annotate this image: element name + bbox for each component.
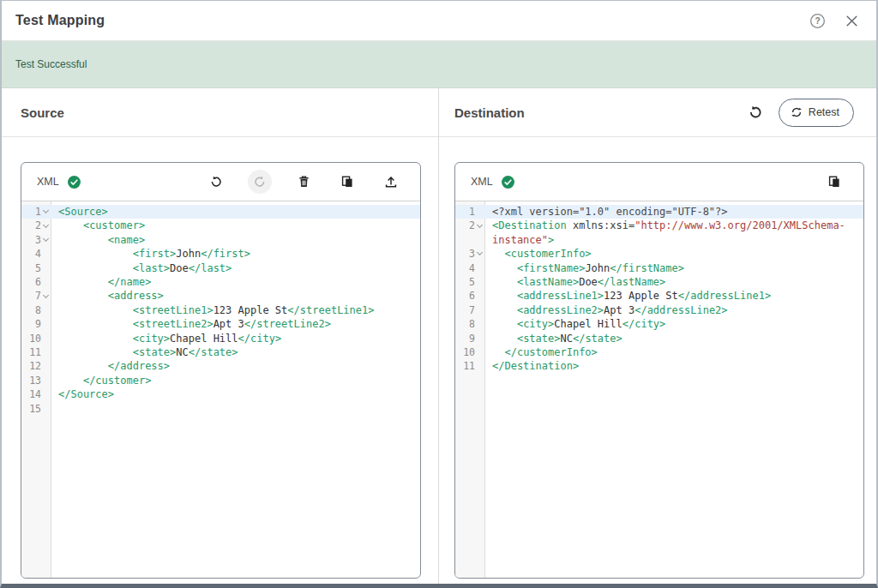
source-editor-wrap: XML: [2, 137, 438, 584]
fold-chevron-icon[interactable]: [475, 219, 484, 232]
line-number: 8: [21, 303, 51, 317]
destination-editor-toolbar: XML: [455, 163, 863, 201]
code-line: 8 <streetLine1>123 Apple St</streetLine1…: [21, 303, 420, 317]
language-label: XML: [471, 176, 493, 188]
redo-button[interactable]: [248, 170, 272, 194]
code-line-text: </name>: [51, 275, 420, 289]
code-line: 14</Source>: [21, 387, 420, 401]
line-number: 3: [455, 247, 484, 261]
destination-panel: Destination: [439, 88, 876, 584]
code-line: 5 <lastName>Doe</lastName>: [455, 275, 863, 289]
code-line: 15: [21, 402, 420, 416]
code-line-text: <state>NC</state>: [484, 332, 863, 345]
help-button[interactable]: ?: [808, 11, 827, 31]
code-line-text: <streetLine2>Apt 3</streetLine2>: [51, 317, 420, 331]
code-line-text: <address>: [51, 289, 420, 303]
code-line: 2<Destination xmlns:xsi="http://www.w3.o…: [455, 219, 863, 247]
redo-icon: [253, 175, 267, 189]
valid-check-icon: [501, 175, 515, 189]
code-line-text: <Source>: [51, 205, 420, 219]
code-line-text: <name>: [51, 233, 420, 247]
code-line-text: </address>: [51, 359, 420, 373]
code-line-text: <lastName>Doe</lastName>: [484, 275, 863, 289]
code-line: 11</Destination>: [455, 359, 863, 373]
code-line-text: </Source>: [51, 387, 420, 401]
line-number: 4: [21, 247, 51, 261]
line-number: 12: [21, 359, 51, 373]
source-editor-toolbar: XML: [21, 163, 420, 201]
fold-chevron-icon[interactable]: [41, 289, 50, 303]
refresh-icon: [791, 106, 803, 118]
line-number: 5: [21, 261, 51, 275]
line-number: 4: [455, 261, 484, 275]
line-number: 8: [455, 317, 484, 331]
dialog-titlebar: Test Mapping ?: [2, 1, 876, 41]
close-icon: [845, 14, 859, 28]
line-number: 11: [21, 345, 51, 359]
fold-chevron-icon[interactable]: [475, 247, 484, 261]
fold-chevron-icon[interactable]: [41, 219, 50, 232]
source-code-editor[interactable]: 1<Source>2 <customer>3 <name>4 <first>Jo…: [21, 201, 420, 578]
fold-chevron-icon[interactable]: [41, 233, 50, 247]
code-line-text: <city>Chapel Hill</city>: [484, 317, 863, 331]
fold-chevron-icon[interactable]: [41, 205, 50, 219]
line-number: 9: [21, 317, 51, 331]
code-line-text: <first>John</first>: [51, 247, 420, 261]
code-line-text: <Destination xmlns:xsi="http://www.w3.or…: [484, 219, 863, 247]
code-line-text: <addressLine2>Apt 3</addressLine2>: [484, 303, 863, 317]
copy-icon: [340, 175, 354, 189]
line-number: 2: [455, 219, 484, 232]
source-panel-header: Source: [2, 88, 438, 137]
line-number: 7: [21, 289, 51, 303]
code-line-text: <last>Doe</last>: [51, 261, 420, 275]
code-line: 12 </address>: [21, 359, 420, 373]
source-editor: XML: [21, 162, 421, 579]
code-line-text: <addressLine1>123 Apple St</addressLine1…: [484, 289, 863, 303]
code-line: 6 <addressLine1>123 Apple St</addressLin…: [455, 289, 863, 303]
status-banner-text: Test Successful: [15, 58, 87, 70]
copy-button[interactable]: [335, 170, 359, 194]
destination-toolbar-actions: [822, 170, 846, 194]
code-line: 1<?xml version="1.0" encoding="UTF-8"?>: [455, 205, 863, 219]
upload-button[interactable]: [379, 170, 403, 194]
line-number: 7: [455, 303, 484, 317]
code-line: 3 <customerInfo>: [455, 247, 863, 261]
line-number: 1: [21, 205, 51, 219]
source-panel-title: Source: [21, 105, 64, 120]
undo-button[interactable]: [204, 170, 228, 194]
close-button[interactable]: [843, 12, 861, 30]
copy-button[interactable]: [822, 170, 846, 194]
code-line: 13 </customer>: [21, 374, 420, 387]
language-label: XML: [37, 176, 59, 188]
reset-test-button[interactable]: [746, 103, 765, 122]
code-line: 2 <customer>: [21, 219, 420, 232]
help-icon: ?: [809, 13, 826, 29]
titlebar-actions: ?: [808, 11, 861, 31]
code-line: 10 </customerInfo>: [455, 345, 863, 359]
retest-button-label: Retest: [809, 106, 839, 118]
source-toolbar-actions: [204, 170, 403, 194]
line-number: 2: [21, 219, 51, 232]
svg-text:?: ?: [815, 16, 820, 26]
destination-editor-wrap: XML: [439, 137, 876, 584]
code-line: 7 <addressLine2>Apt 3</addressLine2>: [455, 303, 863, 317]
code-line-text: </customer>: [51, 374, 420, 387]
line-number: 10: [21, 332, 51, 345]
line-number: 10: [455, 345, 484, 359]
trash-icon: [298, 175, 310, 189]
undo-icon: [748, 105, 763, 120]
code-line: 4 <firstName>John</firstName>: [455, 261, 863, 275]
panels-container: Source XML: [2, 88, 876, 584]
code-line-text: <city>Chapel Hill</city>: [51, 332, 420, 345]
retest-button[interactable]: Retest: [779, 99, 854, 127]
destination-panel-header: Destination: [439, 88, 876, 137]
code-line-text: <state>NC</state>: [51, 345, 420, 359]
line-number: 5: [455, 275, 484, 289]
code-line: 5 <last>Doe</last>: [21, 261, 420, 275]
code-line: 7 <address>: [21, 289, 420, 303]
test-mapping-dialog: Test Mapping ? Test Successful: [0, 0, 878, 588]
delete-button[interactable]: [292, 170, 316, 194]
line-number: 9: [455, 332, 484, 345]
code-line: 1<Source>: [21, 205, 420, 219]
destination-code-editor[interactable]: 1<?xml version="1.0" encoding="UTF-8"?>2…: [455, 201, 863, 578]
